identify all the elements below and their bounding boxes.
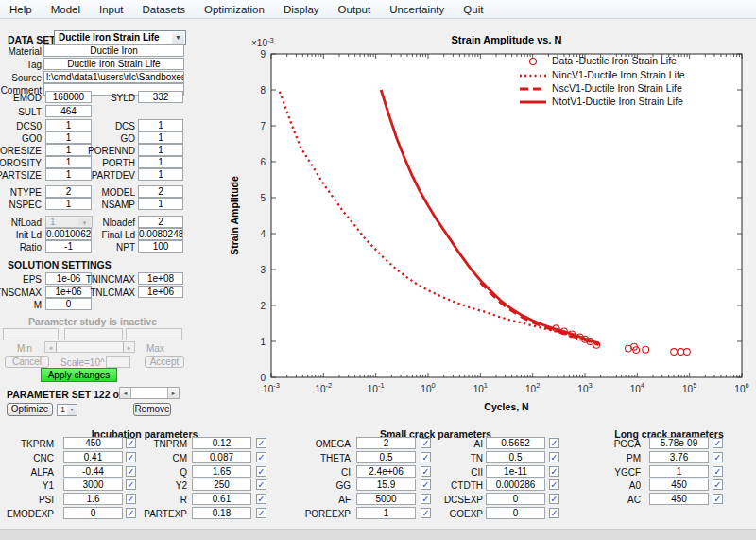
param-field-npt[interactable]: 100 [138,240,183,253]
tag-field[interactable]: Ductile Iron Strain Life [43,58,184,70]
param-checkbox-ci[interactable]: ✓ [421,466,431,477]
param-field-emodexp[interactable]: 0 [63,507,123,519]
param-field-y1[interactable]: 3000 [63,479,123,491]
param-field-nsamp[interactable]: 1 [138,198,183,210]
param-field-q[interactable]: 1.65 [192,465,251,478]
slider-thumb[interactable] [130,388,168,398]
param-field-tnlcmax[interactable]: 1e+06 [138,286,183,298]
param-checkbox-q[interactable]: ✓ [256,466,266,477]
source-field[interactable]: l:\cmd\data1\users\rlc\Sandboxes\MSF_ [43,71,184,83]
menu-item-datasets[interactable]: Datasets [133,2,195,17]
param-field-ratio[interactable]: -1 [45,240,92,253]
param-field-go[interactable]: 1 [138,131,183,144]
param-field-gg[interactable]: 15.9 [356,479,416,491]
param-field-cnc[interactable]: 0.41 [63,451,123,463]
param-field-nspec[interactable]: 1 [45,198,92,210]
param-field-nloadef[interactable]: 2 [138,216,183,228]
param-field-emod[interactable]: 168000 [45,91,92,103]
param-field-cm[interactable]: 0.087 [192,451,251,463]
param-checkbox-gg[interactable]: ✓ [421,479,431,490]
param-field-ci[interactable]: 2.4e+06 [356,465,416,478]
param-field-tnprm[interactable]: 0.12 [192,437,251,449]
chevron-down-icon[interactable]: ▾ [67,405,77,415]
apply-changes-button[interactable]: Apply changes [41,368,117,382]
menu-item-display[interactable]: Display [274,2,329,17]
param-field-af[interactable]: 5000 [356,493,416,505]
param-field-goexp[interactable]: 0 [486,507,545,519]
menu-item-help[interactable]: Help [0,2,42,17]
param-checkbox-tn[interactable]: ✓ [549,452,559,462]
param-checkbox-af[interactable]: ✓ [421,494,431,504]
param-checkbox-ygcf[interactable]: ✓ [713,466,723,477]
cancel-button[interactable]: Cancel [5,356,49,368]
param-field-poresize[interactable]: 1 [45,144,92,156]
param-checkbox-psi[interactable]: ✓ [126,494,136,504]
param-field-init-ld[interactable]: 0.0010062 [45,228,92,240]
param-field-porth[interactable]: 1 [138,156,183,168]
material-field[interactable]: Ductile Iron [43,44,184,57]
param-checkbox-ac[interactable]: ✓ [713,494,723,504]
param-field-dcs[interactable]: 1 [138,119,183,131]
param-checkbox-cm[interactable]: ✓ [256,452,266,462]
param-field-ntype[interactable]: 2 [45,185,92,198]
param-field-cii[interactable]: 1e-11 [486,465,545,478]
param-checkbox-pgca[interactable]: ✓ [713,438,723,448]
param-field-tnscmax[interactable]: 1e+06 [45,286,92,298]
menu-item-input[interactable]: Input [90,2,133,17]
param-field-porosity[interactable]: 1 [45,156,92,168]
menu-item-model[interactable]: Model [42,2,90,17]
param-checkbox-partexp[interactable]: ✓ [256,508,266,518]
param-field-ai[interactable]: 0.5652 [486,437,545,449]
chevron-down-icon[interactable]: ▼ [172,32,184,44]
param-checkbox-cii[interactable]: ✓ [549,466,559,477]
param-field-final-ld[interactable]: 0.0080248 [138,228,183,240]
param-checkbox-r[interactable]: ✓ [256,494,266,504]
param-checkbox-pm[interactable]: ✓ [713,452,723,462]
param-checkbox-emodexp[interactable]: ✓ [126,508,136,518]
param-field-porennd[interactable]: 1 [138,144,183,156]
param-field-tnincmax[interactable]: 1e+08 [138,272,183,285]
param-field-ctdth[interactable]: 0.000286 [486,479,545,491]
param-field-pgca[interactable]: 5.78e-09 [649,437,709,449]
param-checkbox-y2[interactable]: ✓ [256,479,266,490]
param-field-poreexp[interactable]: 1 [356,507,416,519]
menu-item-optimization[interactable]: Optimization [195,2,274,17]
param-checkbox-alfa[interactable]: ✓ [126,466,136,477]
scale-input[interactable] [106,356,130,368]
param-field-a0[interactable]: 450 [649,479,709,491]
param-checkbox-dcsexp[interactable]: ✓ [549,494,559,504]
parameter-set-slider[interactable]: ◂ ▸ [119,387,180,399]
param-field-model[interactable]: 2 [138,185,183,198]
optimize-button[interactable]: Optimize [7,403,53,416]
param-field-go0[interactable]: 1 [45,131,92,144]
param-field-syld[interactable]: 332 [138,91,183,103]
param-field-partexp[interactable]: 0.18 [192,507,251,519]
param-checkbox-ai[interactable]: ✓ [549,438,559,448]
param-checkbox-theta[interactable]: ✓ [421,452,431,462]
param-checkbox-cnc[interactable]: ✓ [126,452,136,462]
menu-item-quit[interactable]: Quit [454,2,492,17]
param-field-eps[interactable]: 1e-06 [45,272,92,285]
param-field-tkprm[interactable]: 450 [63,437,123,449]
dataset-dropdown[interactable]: Ductile Iron Strain Life ▼ [54,30,186,45]
param-field-ygcf[interactable]: 1 [649,465,709,478]
param-checkbox-ctdth[interactable]: ✓ [549,479,559,490]
slider-right-arrow-icon[interactable]: ▸ [167,388,179,398]
remove-button[interactable]: Remove [133,403,171,416]
param-checkbox-tnprm[interactable]: ✓ [256,438,266,448]
param-field-theta[interactable]: 0.5 [356,451,416,463]
param-field-alfa[interactable]: -0.44 [63,465,123,478]
param-field-ac[interactable]: 450 [649,493,709,505]
param-field-pm[interactable]: 3.76 [649,451,709,463]
param-checkbox-omega[interactable]: ✓ [421,438,431,448]
param-checkbox-a0[interactable]: ✓ [713,479,723,490]
param-checkbox-poreexp[interactable]: ✓ [421,508,431,518]
param-field-m[interactable]: 0 [45,298,92,310]
menu-item-output[interactable]: Output [329,2,381,17]
param-field-dcsexp[interactable]: 0 [486,493,545,505]
param-field-r[interactable]: 0.61 [192,493,251,505]
param-field-partdev[interactable]: 1 [138,168,183,181]
param-field-dcs0[interactable]: 1 [45,119,92,131]
param-checkbox-tkprm[interactable]: ✓ [126,438,136,448]
menu-item-uncertainty[interactable]: Uncertainty [380,2,454,17]
